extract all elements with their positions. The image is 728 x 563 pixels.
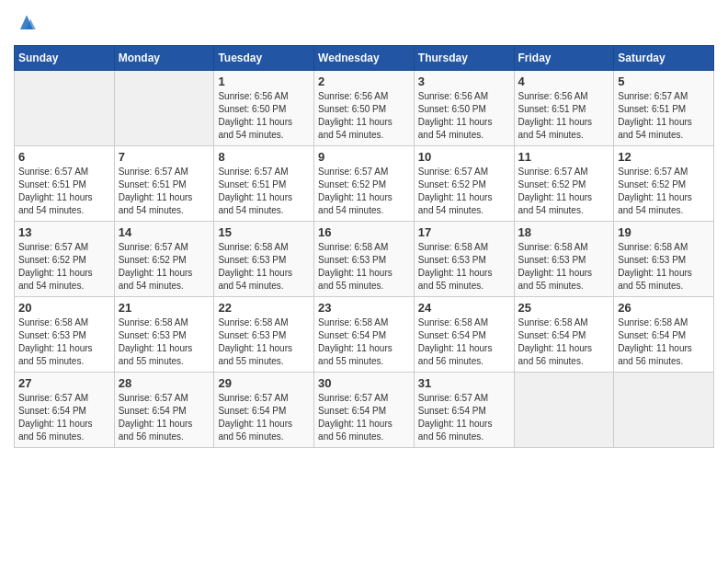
calendar-cell: 13Sunrise: 6:57 AMSunset: 6:52 PMDayligh…	[15, 222, 115, 297]
calendar-cell: 20Sunrise: 6:58 AMSunset: 6:53 PMDayligh…	[15, 297, 115, 373]
cell-details: Sunrise: 6:56 AMSunset: 6:50 PMDaylight:…	[218, 90, 310, 142]
calendar-cell: 11Sunrise: 6:57 AMSunset: 6:52 PMDayligh…	[514, 146, 614, 222]
day-header-wednesday: Wednesday	[314, 46, 415, 71]
day-number: 12	[618, 150, 710, 164]
day-header-tuesday: Tuesday	[214, 46, 314, 71]
day-number: 14	[119, 225, 210, 239]
calendar-cell: 17Sunrise: 6:58 AMSunset: 6:53 PMDayligh…	[414, 222, 514, 297]
cell-details: Sunrise: 6:57 AMSunset: 6:54 PMDaylight:…	[318, 392, 410, 443]
day-number: 1	[218, 75, 310, 88]
day-number: 20	[18, 301, 110, 315]
cell-details: Sunrise: 6:56 AMSunset: 6:50 PMDaylight:…	[318, 90, 410, 142]
cell-details: Sunrise: 6:57 AMSunset: 6:52 PMDaylight:…	[618, 166, 710, 217]
cell-details: Sunrise: 6:57 AMSunset: 6:52 PMDaylight:…	[119, 241, 210, 293]
calendar-cell: 25Sunrise: 6:58 AMSunset: 6:54 PMDayligh…	[514, 297, 614, 373]
day-number: 21	[119, 301, 210, 315]
cell-details: Sunrise: 6:58 AMSunset: 6:53 PMDaylight:…	[318, 241, 410, 293]
cell-details: Sunrise: 6:58 AMSunset: 6:54 PMDaylight:…	[618, 316, 710, 368]
calendar-cell: 4Sunrise: 6:56 AMSunset: 6:51 PMDaylight…	[514, 71, 614, 146]
cell-details: Sunrise: 6:56 AMSunset: 6:50 PMDaylight:…	[418, 90, 510, 142]
day-number: 29	[218, 376, 310, 390]
calendar-cell	[114, 71, 214, 146]
calendar-cell	[15, 71, 115, 146]
cell-details: Sunrise: 6:57 AMSunset: 6:54 PMDaylight:…	[119, 392, 210, 443]
cell-details: Sunrise: 6:57 AMSunset: 6:52 PMDaylight:…	[418, 166, 510, 217]
day-number: 26	[618, 301, 710, 315]
calendar-cell: 7Sunrise: 6:57 AMSunset: 6:51 PMDaylight…	[114, 146, 214, 222]
calendar-cell: 26Sunrise: 6:58 AMSunset: 6:54 PMDayligh…	[614, 297, 714, 373]
day-number: 19	[618, 225, 710, 239]
cell-details: Sunrise: 6:58 AMSunset: 6:53 PMDaylight:…	[18, 316, 110, 368]
day-number: 13	[18, 225, 110, 239]
page-header	[14, 14, 714, 36]
week-row-4: 20Sunrise: 6:58 AMSunset: 6:53 PMDayligh…	[15, 297, 714, 373]
day-header-friday: Friday	[514, 46, 614, 71]
day-header-thursday: Thursday	[414, 46, 514, 71]
calendar-cell: 1Sunrise: 6:56 AMSunset: 6:50 PMDaylight…	[214, 71, 314, 146]
calendar-cell: 14Sunrise: 6:57 AMSunset: 6:52 PMDayligh…	[114, 222, 214, 297]
cell-details: Sunrise: 6:57 AMSunset: 6:51 PMDaylight:…	[119, 166, 210, 217]
day-number: 22	[218, 301, 310, 315]
cell-details: Sunrise: 6:58 AMSunset: 6:53 PMDaylight:…	[119, 316, 210, 368]
day-number: 30	[318, 376, 410, 390]
cell-details: Sunrise: 6:58 AMSunset: 6:54 PMDaylight:…	[418, 316, 510, 368]
calendar-cell: 2Sunrise: 6:56 AMSunset: 6:50 PMDaylight…	[314, 71, 415, 146]
day-number: 25	[518, 301, 610, 315]
cell-details: Sunrise: 6:58 AMSunset: 6:53 PMDaylight:…	[218, 241, 310, 293]
calendar-cell: 15Sunrise: 6:58 AMSunset: 6:53 PMDayligh…	[214, 222, 314, 297]
cell-details: Sunrise: 6:57 AMSunset: 6:51 PMDaylight:…	[218, 166, 310, 217]
calendar-cell: 9Sunrise: 6:57 AMSunset: 6:52 PMDaylight…	[314, 146, 415, 222]
cell-details: Sunrise: 6:57 AMSunset: 6:52 PMDaylight:…	[518, 166, 610, 217]
day-number: 16	[318, 225, 410, 239]
cell-details: Sunrise: 6:58 AMSunset: 6:53 PMDaylight:…	[218, 316, 310, 368]
day-number: 10	[418, 150, 510, 164]
day-number: 15	[218, 225, 310, 239]
calendar-cell: 31Sunrise: 6:57 AMSunset: 6:54 PMDayligh…	[414, 373, 514, 448]
day-number: 5	[618, 75, 710, 88]
cell-details: Sunrise: 6:58 AMSunset: 6:53 PMDaylight:…	[518, 241, 610, 293]
calendar-table: SundayMondayTuesdayWednesdayThursdayFrid…	[14, 45, 714, 448]
day-number: 27	[18, 376, 110, 390]
day-number: 8	[218, 150, 310, 164]
day-number: 24	[418, 301, 510, 315]
calendar-cell: 21Sunrise: 6:58 AMSunset: 6:53 PMDayligh…	[114, 297, 214, 373]
week-row-2: 6Sunrise: 6:57 AMSunset: 6:51 PMDaylight…	[15, 146, 714, 222]
calendar-cell: 12Sunrise: 6:57 AMSunset: 6:52 PMDayligh…	[614, 146, 714, 222]
calendar-cell: 24Sunrise: 6:58 AMSunset: 6:54 PMDayligh…	[414, 297, 514, 373]
day-number: 7	[119, 150, 210, 164]
calendar-cell: 8Sunrise: 6:57 AMSunset: 6:51 PMDaylight…	[214, 146, 314, 222]
day-number: 6	[18, 150, 110, 164]
day-number: 17	[418, 225, 510, 239]
day-number: 11	[518, 150, 610, 164]
calendar-cell: 6Sunrise: 6:57 AMSunset: 6:51 PMDaylight…	[15, 146, 115, 222]
day-number: 3	[418, 75, 510, 88]
calendar-cell: 3Sunrise: 6:56 AMSunset: 6:50 PMDaylight…	[414, 71, 514, 146]
cell-details: Sunrise: 6:57 AMSunset: 6:54 PMDaylight:…	[218, 392, 310, 443]
calendar-cell: 5Sunrise: 6:57 AMSunset: 6:51 PMDaylight…	[614, 71, 714, 146]
cell-details: Sunrise: 6:57 AMSunset: 6:54 PMDaylight:…	[18, 392, 110, 443]
logo-icon	[14, 10, 40, 36]
cell-details: Sunrise: 6:57 AMSunset: 6:51 PMDaylight:…	[618, 90, 710, 142]
calendar-cell: 27Sunrise: 6:57 AMSunset: 6:54 PMDayligh…	[15, 373, 115, 448]
cell-details: Sunrise: 6:57 AMSunset: 6:52 PMDaylight:…	[18, 241, 110, 293]
day-number: 31	[418, 376, 510, 390]
calendar-cell: 28Sunrise: 6:57 AMSunset: 6:54 PMDayligh…	[114, 373, 214, 448]
day-number: 18	[518, 225, 610, 239]
calendar-cell: 23Sunrise: 6:58 AMSunset: 6:54 PMDayligh…	[314, 297, 415, 373]
calendar-cell	[514, 373, 614, 448]
calendar-header-row: SundayMondayTuesdayWednesdayThursdayFrid…	[15, 46, 714, 71]
day-header-saturday: Saturday	[614, 46, 714, 71]
cell-details: Sunrise: 6:57 AMSunset: 6:52 PMDaylight:…	[318, 166, 410, 217]
day-number: 28	[119, 376, 210, 390]
calendar-cell: 30Sunrise: 6:57 AMSunset: 6:54 PMDayligh…	[314, 373, 415, 448]
day-number: 4	[518, 75, 610, 88]
week-row-3: 13Sunrise: 6:57 AMSunset: 6:52 PMDayligh…	[15, 222, 714, 297]
day-number: 23	[318, 301, 410, 315]
calendar-cell: 16Sunrise: 6:58 AMSunset: 6:53 PMDayligh…	[314, 222, 415, 297]
logo	[14, 14, 43, 36]
calendar-cell	[614, 373, 714, 448]
cell-details: Sunrise: 6:58 AMSunset: 6:53 PMDaylight:…	[618, 241, 710, 293]
day-number: 2	[318, 75, 410, 88]
calendar-cell: 10Sunrise: 6:57 AMSunset: 6:52 PMDayligh…	[414, 146, 514, 222]
day-number: 9	[318, 150, 410, 164]
